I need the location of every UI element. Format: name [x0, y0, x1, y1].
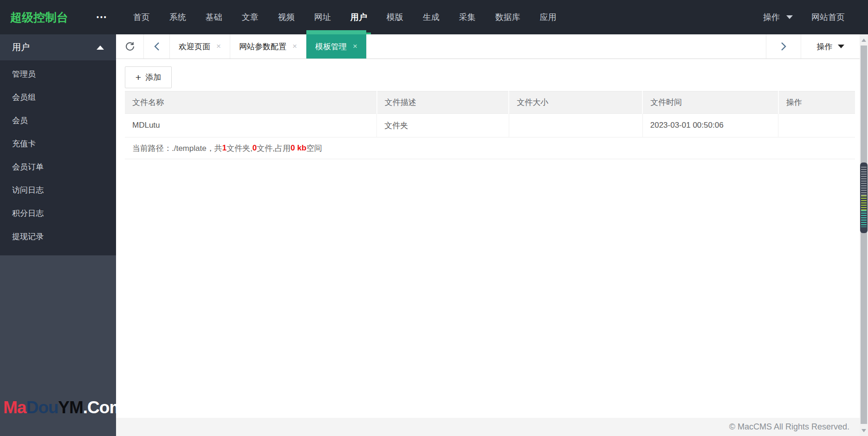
- path-text: 文件夹,: [227, 143, 253, 154]
- tabbar-spacer: [367, 34, 766, 59]
- triangle-down-icon: [862, 429, 866, 432]
- tab-label: 欢迎页面: [179, 41, 210, 52]
- nav-item-apps[interactable]: 应用: [530, 0, 566, 34]
- triangle-up-icon: [862, 39, 866, 42]
- nav-item-home[interactable]: 首页: [123, 0, 160, 34]
- file-actions-cell: [778, 114, 855, 137]
- add-button[interactable]: + 添加: [125, 66, 172, 88]
- chevron-right-icon: [780, 41, 787, 52]
- close-icon[interactable]: ×: [353, 42, 357, 51]
- tab-template-manage[interactable]: 模板管理 ×: [306, 34, 367, 59]
- thumb-stripes-green: [861, 195, 867, 210]
- scrollbar-track[interactable]: [861, 46, 867, 424]
- nav-item-collect[interactable]: 采集: [449, 0, 486, 34]
- chevron-down-icon: [786, 15, 793, 19]
- tab-welcome[interactable]: 欢迎页面 ×: [170, 34, 230, 59]
- sidebar-item-admins[interactable]: 管理员: [0, 62, 116, 85]
- col-header-file-desc: 文件描述: [377, 91, 509, 114]
- brand-logo-part-3: YM: [58, 398, 83, 417]
- refresh-tab-button[interactable]: [116, 34, 144, 59]
- main-area: 欢迎页面 × 网站参数配置 × 模板管理 × 操作 + 添加: [116, 34, 860, 436]
- copyright-text: © MacCMS All Rights Reserved.: [729, 422, 849, 432]
- sidebar-item-withdraw-records[interactable]: 提现记录: [0, 225, 116, 248]
- path-text: 空间: [306, 143, 322, 154]
- col-header-actions: 操作: [778, 91, 855, 114]
- more-menu-icon[interactable]: •••: [97, 13, 108, 21]
- chevron-left-icon: [153, 41, 161, 52]
- path-text: 当前路径：./template，共: [132, 143, 222, 154]
- sidebar-item-points-logs[interactable]: 积分日志: [0, 202, 116, 225]
- chevron-up-icon: [97, 46, 104, 50]
- close-icon[interactable]: ×: [292, 42, 297, 51]
- file-table: 文件名称 文件描述 文件大小 文件时间 操作 MDLutu 文件夹 2023-0…: [125, 91, 855, 137]
- file-name-link[interactable]: MDLutu: [125, 114, 377, 137]
- col-header-file-size: 文件大小: [509, 91, 642, 114]
- brand-logo-part-2: Dou: [26, 398, 58, 417]
- sidebar-item-members[interactable]: 会员: [0, 109, 116, 132]
- col-header-file-time: 文件时间: [642, 91, 778, 114]
- chevron-down-icon: [838, 45, 844, 48]
- sidebar-item-member-groups[interactable]: 会员组: [0, 85, 116, 109]
- tab-site-params[interactable]: 网站参数配置 ×: [230, 34, 306, 59]
- topbar-right: 操作 网站首页: [763, 12, 868, 23]
- file-desc-cell: 文件夹: [377, 114, 509, 137]
- plus-icon: +: [136, 72, 141, 82]
- file-size-cell: [509, 114, 642, 137]
- footer-bar: © MacCMS All Rights Reserved.: [116, 418, 860, 436]
- sidebar: 用户 管理员 会员组 会员 充值卡 会员订单 访问日志 积分日志 提现记录 Ma…: [0, 34, 116, 436]
- add-button-label: 添加: [145, 72, 161, 83]
- file-count: 0: [253, 143, 257, 153]
- app-logo: 超级控制台: [0, 10, 89, 25]
- nav-item-user[interactable]: 用户: [341, 0, 377, 34]
- col-header-file-name: 文件名称: [125, 91, 377, 114]
- sidebar-item-recharge-cards[interactable]: 充值卡: [0, 132, 116, 155]
- scrollbar-thumb[interactable]: [860, 163, 868, 233]
- topbar-action-dropdown[interactable]: 操作: [763, 12, 793, 23]
- nav-item-video[interactable]: 视频: [268, 0, 304, 34]
- scroll-down-button[interactable]: [860, 426, 868, 435]
- file-time-cell: 2023-03-01 00:50:06: [642, 114, 778, 137]
- sidebar-section-header[interactable]: 用户: [0, 34, 116, 60]
- nav-item-template[interactable]: 模版: [377, 0, 413, 34]
- prev-tabs-button[interactable]: [144, 34, 170, 59]
- nav-item-database[interactable]: 数据库: [486, 0, 530, 34]
- next-tabs-button[interactable]: [766, 34, 801, 59]
- topbar-action-label: 操作: [763, 12, 780, 23]
- tab-label: 模板管理: [315, 41, 347, 52]
- brand-logo-part-1: Ma: [3, 398, 26, 417]
- top-bar: 超级控制台 ••• 首页 系统 基础 文章 视频 网址 用户 模版 生成 采集 …: [0, 0, 868, 34]
- nav-item-website[interactable]: 网址: [304, 0, 341, 34]
- sidebar-section-title: 用户: [12, 41, 30, 53]
- nav-item-basic[interactable]: 基础: [196, 0, 232, 34]
- content-panel: + 添加 文件名称 文件描述 文件大小 文件时间 操作 MDLutu: [116, 59, 860, 159]
- nav-item-generate[interactable]: 生成: [413, 0, 449, 34]
- thumb-stripes-gray: [861, 167, 867, 195]
- nav-item-system[interactable]: 系统: [160, 0, 196, 34]
- space-used: 0 kb: [291, 143, 306, 153]
- sidebar-menu: 管理员 会员组 会员 充值卡 会员订单 访问日志 积分日志 提现记录: [0, 60, 116, 255]
- folder-count: 1: [222, 143, 227, 153]
- table-header-row: 文件名称 文件描述 文件大小 文件时间 操作: [125, 91, 855, 114]
- current-path-bar: 当前路径：./template，共1文件夹,0文件,占用0 kb空间: [125, 137, 855, 159]
- vertical-scrollbar[interactable]: [860, 34, 868, 436]
- site-brand-logo: MaDouYM.Com: [3, 398, 124, 417]
- site-home-link[interactable]: 网站首页: [811, 12, 845, 23]
- sidebar-item-visit-logs[interactable]: 访问日志: [0, 178, 116, 202]
- scroll-up-button[interactable]: [860, 35, 868, 45]
- tab-bar: 欢迎页面 × 网站参数配置 × 模板管理 × 操作: [116, 34, 860, 59]
- tabs-action-dropdown[interactable]: 操作: [801, 34, 860, 59]
- nav-item-article[interactable]: 文章: [232, 0, 268, 34]
- thumb-stripes-teal: [861, 210, 867, 227]
- tabs-action-label: 操作: [817, 41, 833, 52]
- top-nav: 首页 系统 基础 文章 视频 网址 用户 模版 生成 采集 数据库 应用: [123, 0, 566, 34]
- tab-label: 网站参数配置: [239, 41, 286, 52]
- table-row: MDLutu 文件夹 2023-03-01 00:50:06: [125, 114, 855, 137]
- close-icon[interactable]: ×: [216, 42, 221, 51]
- sidebar-item-member-orders[interactable]: 会员订单: [0, 155, 116, 178]
- refresh-icon: [124, 41, 136, 52]
- path-text: 文件,占用: [257, 143, 291, 154]
